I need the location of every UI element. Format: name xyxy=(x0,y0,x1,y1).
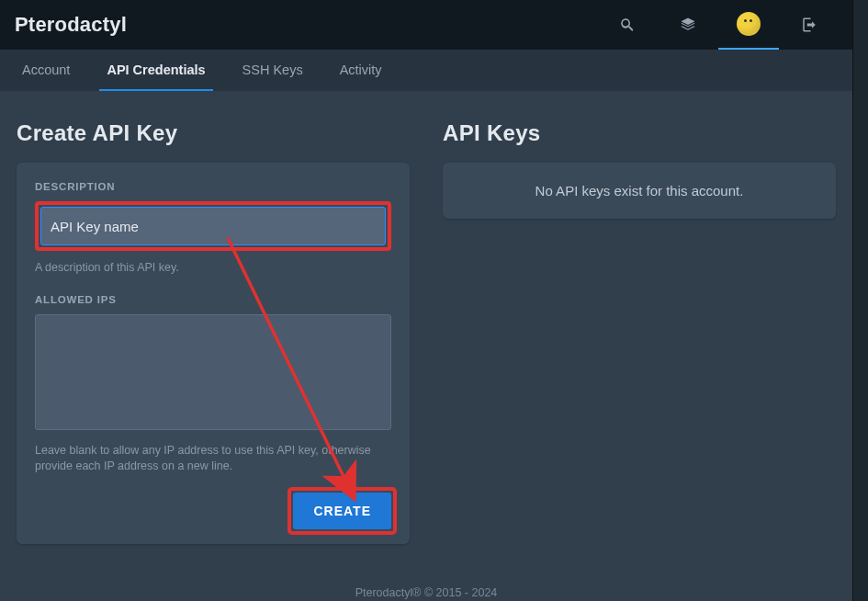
logout-button[interactable] xyxy=(779,0,840,50)
description-field: DESCRIPTION A description of this API ke… xyxy=(35,181,391,276)
allowed-ips-help: Leave blank to allow any IP address to u… xyxy=(35,443,391,474)
allowed-ips-field: ALLOWED IPS Leave blank to allow any IP … xyxy=(35,294,391,474)
servers-button[interactable] xyxy=(658,0,718,50)
topbar: Pterodactyl xyxy=(0,0,852,50)
tab-api-credentials[interactable]: API Credentials xyxy=(99,50,212,91)
brand-title: Pterodactyl xyxy=(15,13,127,37)
description-label: DESCRIPTION xyxy=(35,181,391,192)
api-keys-title: API Keys xyxy=(443,120,836,146)
api-keys-empty-card: No API keys exist for this account. xyxy=(443,163,836,219)
footer-text: Pterodactyl® © 2015 - 2024 xyxy=(355,586,498,599)
api-keys-empty-text: No API keys exist for this account. xyxy=(535,183,744,198)
layers-icon xyxy=(680,17,696,33)
main-content: Create API Key DESCRIPTION A description… xyxy=(0,91,852,601)
top-actions xyxy=(597,0,840,50)
description-highlight xyxy=(35,201,391,251)
avatar-icon xyxy=(737,12,761,36)
allowed-ips-label: ALLOWED IPS xyxy=(35,294,391,305)
footer: Pterodactyl® © 2015 - 2024 xyxy=(0,581,852,601)
tab-ssh-keys[interactable]: SSH Keys xyxy=(235,50,310,91)
search-icon xyxy=(619,17,636,33)
create-api-key-card: DESCRIPTION A description of this API ke… xyxy=(17,163,410,544)
create-button-highlight: CREATE xyxy=(287,487,397,535)
subnav-tabs: Account API Credentials SSH Keys Activit… xyxy=(0,50,852,91)
browser-scrollbar[interactable] xyxy=(852,0,868,601)
logout-icon xyxy=(801,17,817,33)
create-api-key-title: Create API Key xyxy=(17,120,410,146)
description-input[interactable] xyxy=(40,207,386,245)
tab-activity[interactable]: Activity xyxy=(333,50,389,91)
tab-account[interactable]: Account xyxy=(15,50,77,91)
create-button[interactable]: CREATE xyxy=(293,493,391,529)
allowed-ips-input[interactable] xyxy=(35,314,391,430)
avatar-button[interactable] xyxy=(718,0,779,50)
description-help: A description of this API key. xyxy=(35,260,391,276)
search-button[interactable] xyxy=(597,0,658,50)
